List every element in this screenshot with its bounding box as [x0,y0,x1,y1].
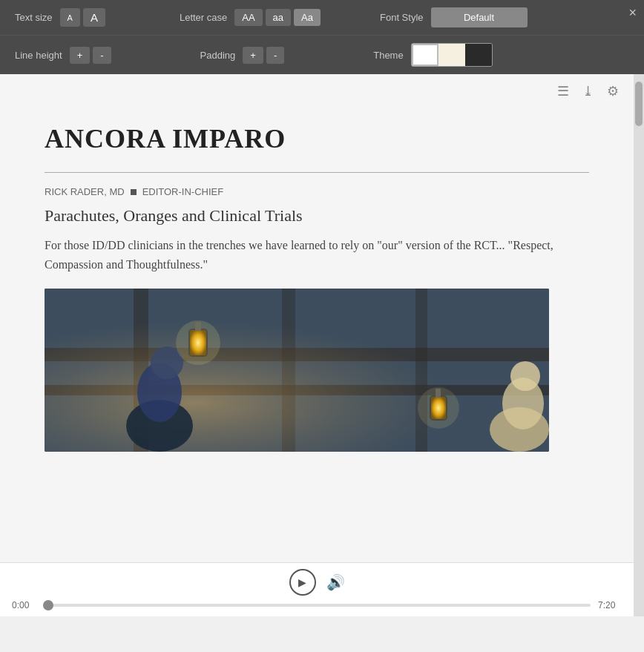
line-height-label: Line height [15,50,62,61]
padding-label: Padding [200,50,236,61]
svg-point-18 [418,387,459,429]
theme-dark-swatch[interactable] [465,44,492,66]
theme-cream-swatch[interactable] [438,44,465,66]
download-icon: ⤓ [582,84,594,99]
audio-controls: ▶ 🔊 [0,569,634,600]
letter-case-section: Letter case AA aa Aa [180,9,321,26]
audio-player: ▶ 🔊 0:00 7:20 [0,562,634,616]
volume-icon: 🔊 [326,574,345,590]
padding-controls: + - [243,47,284,64]
svg-point-15 [176,320,220,365]
play-button[interactable]: ▶ [289,569,316,596]
play-icon: ▶ [298,576,306,588]
font-style-label: Font Style [380,12,424,23]
text-size-increase-button[interactable]: A [83,8,105,27]
theme-label: Theme [373,50,403,61]
download-icon-button[interactable]: ⤓ [582,83,594,99]
total-time: 7:20 [598,600,622,610]
letter-case-lower-button[interactable]: aa [266,9,291,26]
text-size-decrease-button[interactable]: A [60,8,80,27]
byline-separator [131,189,137,195]
line-height-section: Line height + - [15,47,111,64]
current-time: 0:00 [12,600,36,610]
line-height-plus-button[interactable]: + [70,47,91,64]
progress-track[interactable] [43,604,591,607]
padding-minus-button[interactable]: - [266,47,284,64]
content-icons-bar: ☰ ⤓ ⚙ [0,74,634,108]
letter-case-title-button[interactable]: Aa [294,9,321,26]
scrollbar-thumb[interactable] [635,82,643,126]
progress-row: 0:00 7:20 [0,600,634,616]
text-size-section: Text size A A [15,8,105,27]
article-excerpt: For those ID/DD clinicians in the trench… [45,236,589,274]
theme-white-swatch[interactable] [412,44,438,66]
article-title: ANCORA IMPARO [45,123,589,154]
content-area: ☰ ⤓ ⚙ ANCORA IMPARO RICK RADER, MD EDITO… [0,74,634,616]
svg-rect-6 [45,289,549,452]
text-size-controls: A A [60,8,105,27]
article-byline: RICK RADER, MD EDITOR-IN-CHIEF [45,186,589,197]
byline-author: RICK RADER, MD [45,186,125,197]
toolbar-row-1: Text size A A Letter case AA aa Aa Font … [0,0,644,36]
menu-icon: ☰ [557,84,569,99]
progress-thumb[interactable] [43,600,53,610]
toolbar-row-2: Line height + - Padding + - Theme [0,36,644,74]
text-size-label: Text size [15,12,53,23]
close-button[interactable]: × [628,6,637,19]
painting-svg [45,289,549,452]
settings-icon-button[interactable]: ⚙ [607,83,619,99]
line-height-controls: + - [70,47,111,64]
theme-section: Theme [373,43,492,67]
article-divider [45,172,589,173]
scrollbar-track[interactable] [634,74,644,616]
settings-icon: ⚙ [607,84,619,99]
padding-section: Padding + - [200,47,285,64]
padding-plus-button[interactable]: + [243,47,263,64]
article-content: ANCORA IMPARO RICK RADER, MD EDITOR-IN-C… [0,108,634,467]
menu-icon-button[interactable]: ☰ [557,83,569,99]
article-image [45,289,549,452]
page-wrapper: ☰ ⤓ ⚙ ANCORA IMPARO RICK RADER, MD EDITO… [0,74,644,616]
letter-case-aa-button[interactable]: AA [234,9,262,26]
font-style-section: Font Style Default [380,7,528,27]
font-style-default-button[interactable]: Default [431,7,528,27]
article-subtitle: Parachutes, Oranges and Clinical Trials [45,206,589,225]
letter-case-label: Letter case [180,12,227,23]
byline-role: EDITOR-IN-CHIEF [142,186,224,197]
letter-case-controls: AA aa Aa [234,9,321,26]
svg-point-12 [510,361,540,391]
volume-button[interactable]: 🔊 [326,573,345,591]
line-height-minus-button[interactable]: - [93,47,111,64]
theme-swatches [411,43,493,67]
